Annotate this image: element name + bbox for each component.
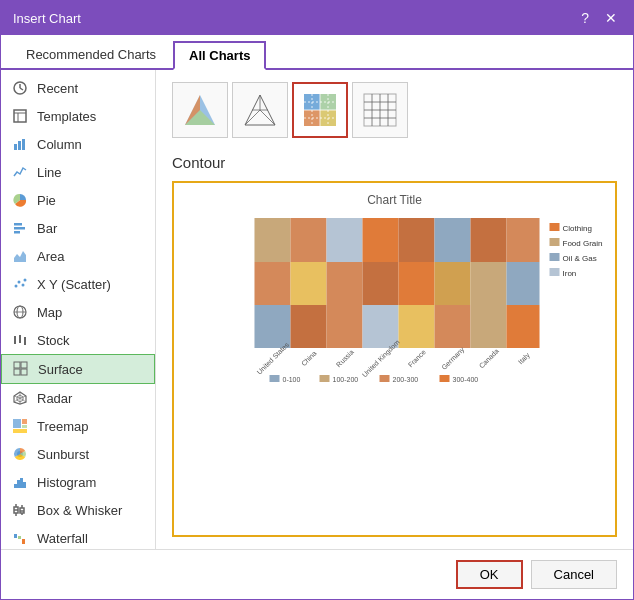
radar-icon: [11, 389, 29, 407]
treemap-icon: [11, 417, 29, 435]
svg-rect-29: [14, 362, 20, 368]
sidebar-label-sunburst: Sunburst: [37, 447, 89, 462]
svg-rect-106: [399, 262, 435, 305]
ok-button[interactable]: OK: [456, 560, 523, 589]
svg-rect-108: [471, 262, 507, 305]
svg-marker-12: [14, 251, 26, 262]
templates-icon: [11, 107, 29, 125]
sidebar-item-boxwhisker[interactable]: Box & Whisker: [1, 496, 155, 524]
svg-rect-9: [14, 223, 22, 226]
sidebar-item-pie[interactable]: Pie: [1, 186, 155, 214]
help-button[interactable]: ?: [577, 9, 593, 27]
cancel-button[interactable]: Cancel: [531, 560, 617, 589]
selected-chart-label: Contour: [172, 154, 617, 171]
svg-point-15: [22, 284, 25, 287]
title-bar-buttons: ? ✕: [577, 9, 621, 27]
sidebar-item-line[interactable]: Line: [1, 158, 155, 186]
surface-icon: [12, 360, 30, 378]
svg-text:Food Grains: Food Grains: [563, 239, 604, 248]
recent-icon: [11, 79, 29, 97]
close-button[interactable]: ✕: [601, 9, 621, 27]
chart-type-surface3d[interactable]: [172, 82, 228, 138]
svg-rect-58: [14, 534, 17, 538]
sidebar-item-column[interactable]: Column: [1, 130, 155, 158]
sidebar-item-scatter[interactable]: X Y (Scatter): [1, 270, 155, 298]
sidebar-item-stock[interactable]: Stock: [1, 326, 155, 354]
sidebar-label-stock: Stock: [37, 333, 70, 348]
svg-rect-47: [17, 480, 20, 488]
histogram-icon: [11, 473, 29, 491]
svg-rect-31: [14, 369, 20, 375]
svg-text:Canada: Canada: [478, 347, 500, 369]
line-icon: [11, 163, 29, 181]
stock-icon: [11, 331, 29, 349]
sidebar-label-radar: Radar: [37, 391, 72, 406]
chart-title: Chart Title: [178, 187, 611, 209]
sidebar-item-map[interactable]: Map: [1, 298, 155, 326]
sidebar-label-line: Line: [37, 165, 62, 180]
svg-line-72: [260, 110, 275, 125]
sidebar-label-scatter: X Y (Scatter): [37, 277, 111, 292]
sidebar-item-radar[interactable]: Radar: [1, 384, 155, 412]
svg-rect-111: [291, 305, 327, 348]
svg-rect-112: [327, 305, 363, 348]
svg-rect-41: [13, 419, 21, 428]
svg-rect-6: [14, 144, 17, 150]
svg-rect-48: [20, 478, 23, 488]
sidebar-item-histogram[interactable]: Histogram: [1, 468, 155, 496]
svg-rect-3: [14, 110, 26, 122]
svg-rect-117: [507, 305, 540, 348]
chart-preview: Chart Title: [172, 181, 617, 537]
svg-text:0-100: 0-100: [283, 376, 301, 383]
sidebar-label-waterfall: Waterfall: [37, 531, 88, 546]
pie-icon: [11, 191, 29, 209]
svg-rect-104: [327, 262, 363, 305]
sidebar-item-treemap[interactable]: Treemap: [1, 412, 155, 440]
svg-text:Germany: Germany: [440, 345, 466, 371]
map-icon: [11, 303, 29, 321]
dialog-title: Insert Chart: [13, 11, 81, 26]
svg-rect-49: [23, 482, 26, 488]
chart-type-contour[interactable]: [292, 82, 348, 138]
svg-rect-96: [327, 218, 363, 262]
chart-type-icons: [172, 82, 617, 138]
main-panel: Contour Chart Title: [156, 70, 633, 549]
svg-rect-114: [399, 305, 435, 348]
sidebar-label-area: Area: [37, 249, 64, 264]
sidebar-label-histogram: Histogram: [37, 475, 96, 490]
scatter-icon: [11, 275, 29, 293]
sidebar-item-waterfall[interactable]: Waterfall: [1, 524, 155, 549]
chart-type-wireframe3d[interactable]: [232, 82, 288, 138]
tab-all-charts[interactable]: All Charts: [173, 41, 266, 70]
area-icon: [11, 247, 29, 265]
sidebar-item-area[interactable]: Area: [1, 242, 155, 270]
chart-type-sidebar: Recent Templates Column Li: [1, 70, 156, 549]
svg-rect-109: [507, 262, 540, 305]
svg-text:France: France: [407, 348, 427, 368]
chart-type-wireframecontour[interactable]: [352, 82, 408, 138]
dialog-footer: OK Cancel: [1, 549, 633, 599]
svg-text:Oil & Gas: Oil & Gas: [563, 254, 597, 263]
svg-rect-100: [471, 218, 507, 262]
svg-point-13: [15, 285, 18, 288]
svg-text:Clothing: Clothing: [563, 224, 592, 233]
sidebar-item-sunburst[interactable]: Sunburst: [1, 440, 155, 468]
svg-rect-101: [507, 218, 540, 262]
svg-rect-30: [21, 362, 27, 368]
svg-text:200-300: 200-300: [393, 376, 419, 383]
insert-chart-dialog: Insert Chart ? ✕ Recommended Charts All …: [0, 0, 634, 600]
svg-point-14: [18, 281, 21, 284]
svg-rect-8: [22, 139, 25, 150]
sidebar-item-recent[interactable]: Recent: [1, 74, 155, 102]
column-icon: [11, 135, 29, 153]
sidebar-item-bar[interactable]: Bar: [1, 214, 155, 242]
svg-rect-140: [440, 375, 450, 382]
svg-line-71: [245, 110, 260, 125]
sunburst-icon: [11, 445, 29, 463]
sidebar-item-surface[interactable]: Surface: [1, 354, 155, 384]
svg-rect-32: [21, 369, 27, 375]
tab-recommended[interactable]: Recommended Charts: [11, 41, 171, 68]
sidebar-item-templates[interactable]: Templates: [1, 102, 155, 130]
sidebar-label-recent: Recent: [37, 81, 78, 96]
svg-rect-97: [363, 218, 399, 262]
